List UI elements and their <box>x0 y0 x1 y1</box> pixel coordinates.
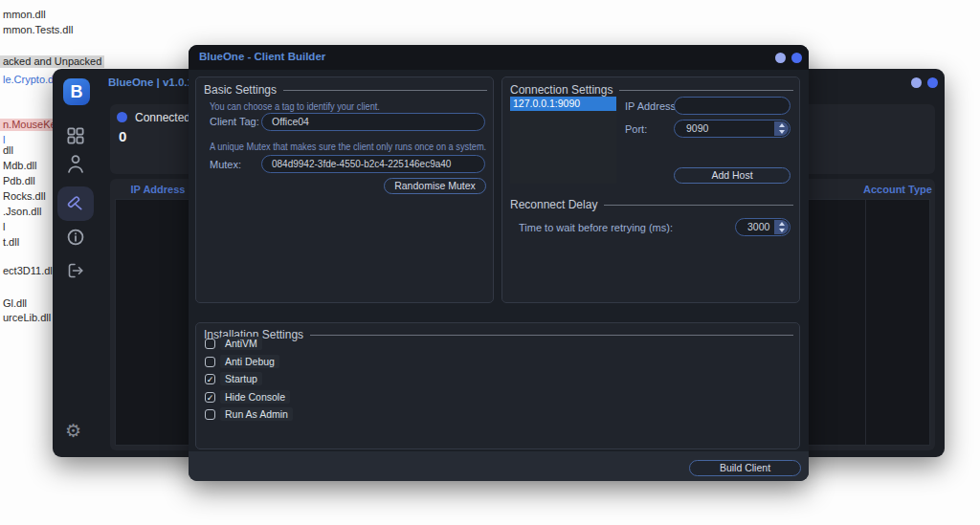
dashboard-grid-icon[interactable] <box>67 127 84 144</box>
file-list-item[interactable]: dll <box>0 144 16 157</box>
file-list-item[interactable]: Pdb.dll <box>0 175 38 187</box>
port-value: 9090 <box>686 122 708 134</box>
basic-settings-panel: Basic Settings You can choose a tag to i… <box>195 77 494 303</box>
dialog-close-button[interactable] <box>791 53 802 63</box>
checkbox-run-as-admin[interactable]: Run As Admin <box>205 407 293 421</box>
checkbox-icon[interactable] <box>205 357 215 367</box>
file-list-item[interactable]: t.dll <box>0 236 22 249</box>
basic-settings-title: Basic Settings <box>204 83 277 97</box>
client-tag-input[interactable]: Office04 <box>261 113 485 131</box>
file-list-item[interactable]: urceLib.dll <box>0 312 54 324</box>
column-header-account-type[interactable]: Account Type <box>862 184 933 195</box>
checkbox-icon[interactable]: ✓ <box>205 392 215 403</box>
settings-gear-icon[interactable]: ⚙ <box>65 422 81 441</box>
dialog-titlebar[interactable]: BlueOne - Client Builder <box>189 45 809 70</box>
checkbox-label: Hide Console <box>220 390 290 404</box>
minimize-button[interactable] <box>911 77 922 88</box>
client-tag-hint: You can choose a tag to identify your cl… <box>210 100 380 112</box>
host-list-item-selected[interactable]: 127.0.0.1:9090 <box>510 97 616 111</box>
reconnect-delay-label: Time to wait before retrying (ms): <box>519 222 673 233</box>
checkbox-startup[interactable]: ✓ Startup <box>205 372 262 385</box>
checkbox-antivm[interactable]: AntiVM <box>205 337 262 350</box>
dialog-title: BlueOne - Client Builder <box>199 51 325 62</box>
desktop: mmon.dll mmon.Tests.dll acked and Unpack… <box>0 0 980 525</box>
checkbox-icon[interactable] <box>205 409 215 420</box>
divider <box>619 90 793 91</box>
file-list-item[interactable]: mmon.Tests.dll <box>0 24 76 36</box>
checkbox-icon[interactable]: ✓ <box>205 374 215 384</box>
build-client-button[interactable]: Build Client <box>689 460 801 476</box>
app-logo: B <box>63 78 90 105</box>
status-dot-icon <box>117 112 127 122</box>
mutex-label: Mutex: <box>210 159 241 170</box>
file-list-item[interactable]: mmon.dll <box>0 9 49 21</box>
spinner-arrows-icon[interactable] <box>774 220 789 234</box>
connection-settings-panel: Connection Settings 127.0.0.1:9090 IP Ad… <box>501 77 800 303</box>
checkbox-label: Startup <box>220 372 262 385</box>
checkbox-icon[interactable] <box>205 339 215 349</box>
spinner-arrows-icon[interactable] <box>774 121 789 136</box>
client-tag-label: Client Tag: <box>210 116 259 127</box>
checkbox-label: AntiVM <box>220 337 262 350</box>
dialog-footer: Build Client <box>189 451 809 481</box>
add-host-button[interactable]: Add Host <box>674 167 791 184</box>
checkbox-label: Anti Debug <box>220 355 279 368</box>
column-divider <box>865 200 866 445</box>
randomise-mutex-button[interactable]: Randomise Mutex <box>384 178 486 194</box>
reconnect-delay-spinner[interactable]: 3000 <box>735 218 791 236</box>
file-list-item-selected[interactable]: acked and Unpacked <box>0 55 104 68</box>
divider <box>604 205 793 206</box>
reconnect-delay-value: 3000 <box>747 221 769 232</box>
builder-hammer-icon-active[interactable] <box>57 186 94 221</box>
ip-address-label: IP Address: <box>625 100 679 112</box>
logout-icon[interactable] <box>67 262 84 279</box>
installation-settings-panel: Installation Settings AntiVM Anti Debug … <box>195 322 800 449</box>
connection-settings-title: Connection Settings <box>510 83 612 97</box>
divider <box>310 335 793 336</box>
dialog-minimize-button[interactable] <box>775 53 786 63</box>
close-button[interactable] <box>927 77 938 88</box>
file-list-item[interactable]: ect3D11.dll <box>0 265 57 277</box>
checkbox-label: Run As Admin <box>220 407 293 421</box>
info-icon[interactable] <box>67 229 84 246</box>
port-label: Port: <box>625 123 647 135</box>
ip-address-input[interactable] <box>674 97 791 115</box>
file-list-item[interactable]: l <box>0 221 8 233</box>
checkbox-anti-debug[interactable]: Anti Debug <box>205 355 279 368</box>
clients-person-icon[interactable] <box>67 154 84 174</box>
file-list-item[interactable]: Mdb.dll <box>0 160 39 172</box>
reconnect-delay-title: Reconnect Delay <box>510 198 597 211</box>
divider <box>283 90 487 91</box>
hosts-listbox[interactable]: 127.0.0.1:9090 <box>510 97 616 184</box>
port-spinner[interactable]: 9090 <box>674 120 791 138</box>
connected-clients-count: 0 <box>119 128 126 144</box>
checkbox-hide-console[interactable]: ✓ Hide Console <box>205 390 290 404</box>
file-list-item[interactable]: Rocks.dll <box>0 190 49 203</box>
file-list-item[interactable]: Gl.dll <box>0 297 30 310</box>
file-list-item[interactable]: .Json.dll <box>0 206 44 218</box>
mutex-hint: A unique Mutex that makes sure the clien… <box>210 141 486 152</box>
client-builder-dialog: BlueOne - Client Builder Basic Settings … <box>189 45 809 481</box>
mutex-input[interactable]: 084d9942-3fde-4550-b2c4-225146ec9a40 <box>261 155 485 173</box>
